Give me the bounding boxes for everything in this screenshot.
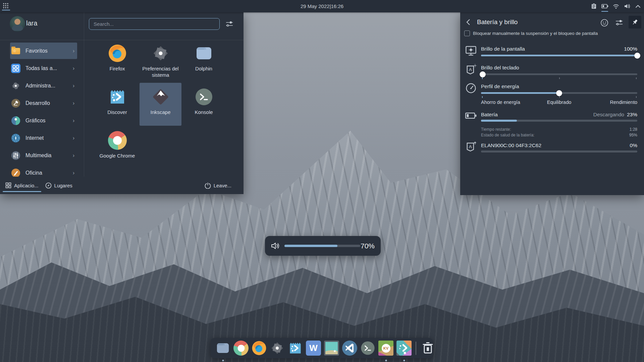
peripheral-value: 0% [630,142,637,148]
battery-health: Estado de salud de la batería: 95% [481,133,637,137]
graphics-icon [11,116,20,125]
power-profile-slider[interactable] [481,92,637,94]
firefox-icon [252,341,267,356]
power-profile-icon [465,82,477,94]
chrome-icon [233,341,249,356]
manual-lock-checkbox-row[interactable]: Bloquear manualmente la suspensión y el … [464,31,598,37]
internet-icon [11,133,20,143]
battery-time-remaining: Tiempo restante: 1:28 [481,127,637,132]
category-graficos[interactable]: Gráficos [10,112,77,129]
keyboard-slider-ticks [481,77,637,79]
dock-item-kv-app[interactable]: KV [378,341,393,356]
system-tray [590,0,642,12]
volume-value: 70% [361,242,375,250]
dock-item-writer[interactable]: W [306,341,321,356]
category-multimedia[interactable]: Multimedia [10,147,77,164]
dock-item-system-settings[interactable] [270,341,285,356]
speaker-icon [271,242,280,250]
chevron-right-icon [73,65,74,71]
battery-row: Batería Descargando23% [481,112,637,118]
digital-clock[interactable]: 29 May 2022|16:26 [0,0,644,12]
keyboard-brightness-row: Brillo del teclado [481,65,637,71]
tab-lugares[interactable]: Lugares [42,177,76,194]
search-filter-button[interactable] [225,20,233,28]
dock-item-discover[interactable] [288,341,303,356]
vscode-icon [342,341,357,356]
panel-title: Batería y brillo [477,18,518,26]
discover-icon [288,341,303,356]
option-rendimiento[interactable]: Rendimiento [610,100,637,105]
dolphin-folder-icon [215,341,230,356]
app-konsole[interactable]: Konsole [183,83,225,125]
battery-icon[interactable] [601,0,609,12]
dock-item-chrome[interactable] [233,341,249,356]
screen-brightness-slider[interactable] [481,55,637,56]
leave-button[interactable]: Leave... [205,177,231,194]
user-avatar[interactable] [10,16,25,32]
chevron-right-icon [73,48,74,54]
power-profile-row: Perfil de energía [481,83,637,89]
kv-gallery-icon: KV [378,341,393,356]
back-button[interactable] [464,18,474,28]
inkscape-icon [151,87,170,106]
app-dolphin[interactable]: Dolphin [183,39,225,81]
dock-item-konsole[interactable] [360,341,375,356]
applications-tab-icon [5,182,11,188]
konsole-icon [360,341,375,356]
configure-icon[interactable] [615,19,623,26]
dock-panel: W ★ KV [211,338,433,358]
battery-status-value: Descargando23% [593,112,637,118]
category-administracion[interactable]: Administra... [10,77,77,94]
dock-item-trash[interactable] [420,341,435,356]
dock-item-icon-viewer[interactable] [396,341,412,356]
screen-brightness-icon [465,45,477,57]
category-internet[interactable]: Internet [10,130,77,146]
system-settings-icon [270,341,285,356]
leave-power-icon [205,182,211,189]
category-todas-las-aplicaciones[interactable]: Todas las a... [10,60,77,76]
multimedia-icon [11,151,20,160]
app-preferencias-del-sistema[interactable]: Preferencias del sistema [140,39,181,81]
writer-w-icon: W [306,341,321,356]
application-launcher-popup: lara ☆ Favoritos Todas las a... [0,12,244,194]
emoji-icon[interactable] [600,19,608,27]
dock-separator [416,342,416,355]
keyboard-brightness-icon: A [465,63,477,75]
app-discover[interactable]: Discover [96,83,138,125]
pin-icon[interactable] [629,16,641,28]
app-inkscape[interactable]: Inkscape [140,83,181,126]
peripheral-battery-icon: A [465,140,477,153]
app-firefox[interactable]: Firefox [96,39,138,81]
wifi-icon[interactable] [612,0,620,12]
dock-item-firefox[interactable] [252,341,267,356]
volume-icon[interactable] [623,0,631,12]
option-equilibrado[interactable]: Equilibrado [547,100,572,105]
system-settings-icon [151,44,170,63]
category-favoritos[interactable]: ☆ Favoritos [10,43,77,59]
favorites-folder-icon: ☆ [11,46,20,56]
discover-icon [108,87,127,106]
dock-item-vscode[interactable] [342,341,357,356]
checkbox-unchecked[interactable] [464,31,470,36]
clipboard-icon[interactable] [590,0,598,12]
chevron-right-icon [73,117,74,123]
category-desarrollo[interactable]: Desarrollo [10,95,77,111]
keyboard-brightness-slider[interactable] [481,73,637,75]
option-ahorro[interactable]: Ahorro de energía [481,100,520,105]
category-list: ☆ Favoritos Todas las a... Administra... [0,43,84,182]
firefox-icon [108,44,127,63]
volume-bar [284,245,360,247]
colorful-arrow-icon [396,341,412,356]
search-input[interactable] [89,18,220,30]
dock-item-dolphin[interactable] [215,341,230,356]
svg-text:A: A [469,144,472,149]
app-google-chrome[interactable]: Google Chrome [96,126,138,169]
chrome-icon [108,131,127,150]
svg-text:A: A [469,67,472,72]
administration-icon [11,81,20,90]
dock-item-gwenview[interactable]: ★ [324,341,339,356]
expand-tray-icon[interactable] [634,0,642,12]
launcher-footer: Aplicacio... Lugares Leave... [0,177,244,194]
chevron-right-icon [73,170,74,176]
tab-aplicaciones[interactable]: Aplicacio... [2,177,42,194]
